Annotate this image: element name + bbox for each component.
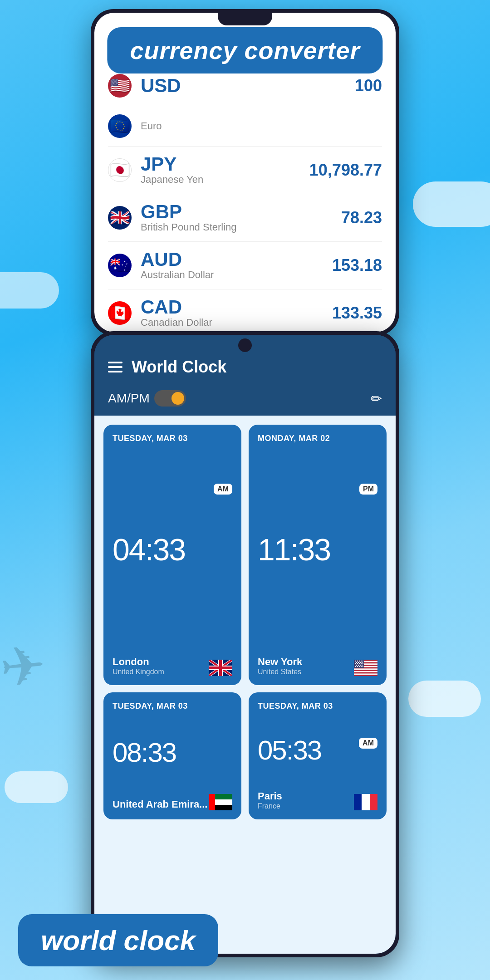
svg-point-30 [361, 666, 362, 667]
uae-city: United Arab Emira... [113, 799, 207, 810]
svg-point-27 [355, 666, 356, 667]
flag-eur [108, 114, 132, 138]
clock-card-uae: TUESDAY, MAR 03 08:33 United Arab Emira.… [103, 692, 241, 819]
london-date: TUESDAY, MAR 03 [113, 434, 232, 443]
svg-rect-7 [354, 673, 377, 675]
edit-icon[interactable]: ✏ [371, 391, 382, 407]
clock-card-newyork: MONDAY, MAR 02 11:33 PM New York United … [249, 425, 387, 685]
svg-rect-5 [354, 668, 377, 670]
currency-code-jpy: JPY [141, 155, 309, 174]
currency-code-aud: AUD [141, 250, 332, 269]
hamburger-line-2 [108, 366, 122, 368]
uae-time: 08:33 [113, 715, 232, 789]
paris-ampm: AM [359, 738, 377, 749]
newyork-footer: New York United States [258, 656, 377, 676]
svg-point-16 [360, 662, 361, 663]
london-city: London [113, 656, 164, 668]
currency-name-jpy: Japanese Yen [141, 174, 309, 186]
svg-point-23 [356, 665, 357, 666]
svg-point-20 [359, 663, 360, 664]
flag-cad [108, 301, 132, 325]
newyork-date: MONDAY, MAR 02 [258, 434, 377, 443]
paris-date: TUESDAY, MAR 03 [258, 701, 377, 711]
hamburger-line-1 [108, 362, 122, 363]
bg-cloud-3 [408, 681, 481, 717]
svg-point-31 [363, 666, 363, 667]
svg-point-17 [362, 662, 363, 663]
svg-point-10 [357, 661, 358, 662]
world-clock-title: World Clock [132, 358, 226, 377]
paris-footer: Paris France [258, 790, 377, 810]
toggle-dot [172, 392, 184, 405]
currency-value-aud: 153.18 [332, 256, 382, 275]
bg-cloud-2 [0, 272, 59, 309]
hamburger-line-3 [108, 371, 122, 372]
bg-cloud-1 [413, 181, 490, 227]
uae-footer: United Arab Emira... [113, 794, 232, 810]
svg-point-15 [358, 662, 359, 663]
world-clock-banner-text: world clock [41, 925, 196, 956]
world-clock-notch [238, 338, 252, 352]
uk-flag [209, 660, 232, 676]
currency-phone-notch [218, 13, 272, 25]
svg-point-9 [355, 661, 356, 662]
svg-point-21 [361, 663, 362, 664]
clock-grid: TUESDAY, MAR 03 04:33 AM London United K… [94, 416, 396, 954]
currency-row-jpy: JPY Japanese Yen 10,798.77 [108, 147, 382, 194]
currency-info-jpy: JPY Japanese Yen [141, 155, 309, 186]
currency-info-aud: AUD Australian Dollar [141, 250, 332, 281]
paris-country: France [258, 802, 282, 810]
uae-location: United Arab Emira... [113, 799, 207, 810]
menu-icon[interactable] [108, 362, 122, 372]
currency-info-gbp: GBP British Pound Sterling [141, 202, 341, 233]
newyork-ampm: PM [359, 484, 377, 495]
london-ampm: AM [214, 484, 232, 495]
ae-flag [209, 794, 232, 810]
svg-point-18 [355, 663, 356, 664]
currency-info-usd: USD [141, 76, 355, 95]
currency-value-usd: 100 [355, 76, 382, 95]
svg-point-19 [357, 663, 358, 664]
us-flag [354, 660, 377, 676]
currency-name-aud: Australian Dollar [141, 269, 332, 281]
currency-converter-banner: currency converter [107, 27, 382, 74]
currency-value-gbp: 78.23 [341, 208, 382, 227]
currency-name-eur: Euro [141, 120, 382, 132]
bg-cloud-4 [5, 771, 68, 803]
world-clock-banner: world clock [18, 914, 218, 966]
currency-code-gbp: GBP [141, 202, 341, 221]
currency-banner-text: currency converter [130, 37, 360, 64]
paris-city: Paris [258, 790, 282, 802]
flag-gbp [108, 206, 132, 230]
london-time: 04:33 [113, 448, 232, 652]
svg-point-25 [360, 665, 361, 666]
ampm-label: AM/PM [108, 391, 150, 406]
currency-name-gbp: British Pound Sterling [141, 221, 341, 233]
paris-time: 05:33 [258, 715, 377, 786]
london-country: United Kingdom [113, 668, 164, 676]
svg-rect-38 [354, 794, 362, 810]
svg-point-26 [362, 665, 363, 666]
ampm-toggle[interactable] [154, 390, 186, 407]
currency-row-eur: Euro [108, 106, 382, 147]
svg-point-12 [361, 661, 362, 662]
london-location: London United Kingdom [113, 656, 164, 676]
svg-point-13 [363, 661, 363, 662]
world-clock-phone: World Clock AM/PM ✏ TUESDAY, MAR 03 04:3… [91, 331, 399, 957]
newyork-city: New York [258, 656, 302, 668]
currency-row-cad: CAD Canadian Dollar 133.35 [108, 289, 382, 332]
newyork-time: 11:33 [258, 448, 377, 652]
svg-rect-6 [354, 671, 377, 672]
svg-point-24 [358, 665, 359, 666]
fr-flag [354, 794, 377, 810]
currency-info-cad: CAD Canadian Dollar [141, 298, 332, 328]
ampm-toggle-group: AM/PM [108, 390, 186, 407]
svg-point-22 [363, 663, 363, 664]
flag-aud [108, 254, 132, 277]
currency-code-usd: USD [141, 76, 355, 95]
clock-card-london: TUESDAY, MAR 03 04:33 AM London United K… [103, 425, 241, 685]
ampm-toggle-bar: AM/PM ✏ [94, 386, 396, 416]
currency-code-cad: CAD [141, 298, 332, 317]
currency-row-gbp: GBP British Pound Sterling 78.23 [108, 194, 382, 242]
svg-point-28 [357, 666, 358, 667]
